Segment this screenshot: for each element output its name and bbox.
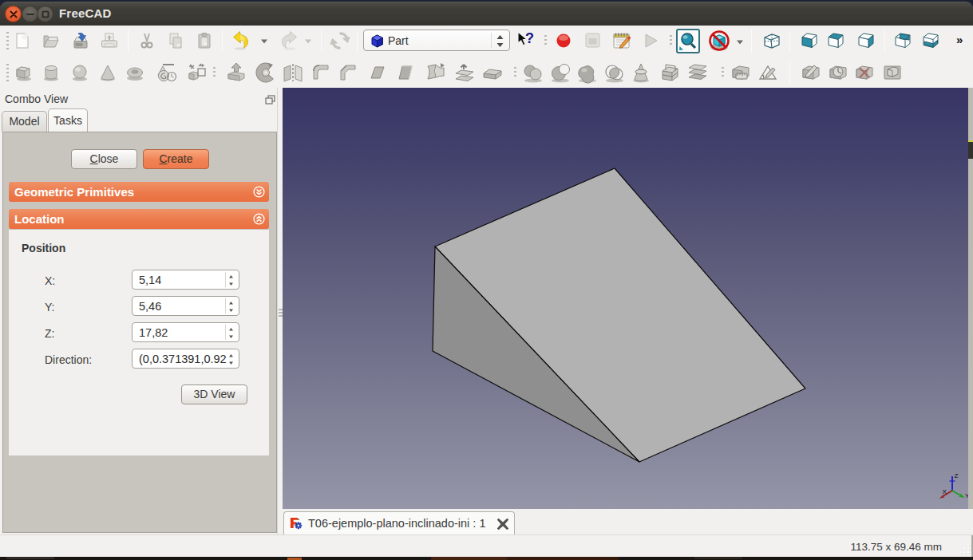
svg-text:?: ? [525,30,534,46]
svg-text:Z: Z [955,472,959,479]
svg-text:X: X [943,488,947,495]
